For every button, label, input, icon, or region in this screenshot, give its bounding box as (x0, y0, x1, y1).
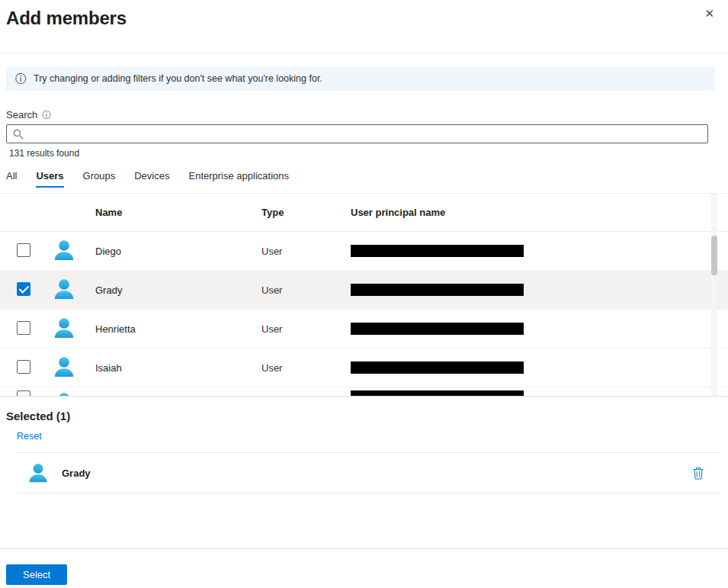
row-checkbox[interactable] (17, 282, 30, 296)
table-row[interactable]: Diego User (0, 232, 728, 271)
tab-groups[interactable]: Groups (83, 170, 116, 188)
info-banner: ⓘ Try changing or adding filters if you … (6, 66, 715, 91)
table-scrollbar[interactable] (711, 194, 717, 396)
selected-section-title: Selected (1) (6, 410, 728, 423)
page-title: Add members (6, 8, 728, 29)
select-button[interactable]: Select (6, 564, 67, 585)
row-name: Henrietta (95, 323, 261, 335)
row-type: User (261, 323, 351, 335)
results-table: Name Type User principal name Diego User… (0, 193, 728, 397)
remove-selected-button[interactable] (691, 465, 706, 481)
redacted-upn (351, 284, 524, 296)
user-avatar-icon (52, 277, 76, 301)
add-members-panel: Add members ✕ ⓘ Try changing or adding f… (0, 0, 728, 588)
row-checkbox[interactable] (17, 390, 30, 397)
column-header-type: Type (261, 207, 351, 218)
redacted-upn (351, 390, 524, 397)
search-label-row: Search ⓘ (6, 109, 728, 120)
redacted-upn (351, 323, 524, 335)
column-header-upn: User principal name (351, 207, 704, 218)
info-banner-text: Try changing or adding filters if you do… (34, 73, 322, 84)
user-avatar-icon (52, 316, 76, 340)
tab-users[interactable]: Users (36, 170, 63, 188)
trash-icon (692, 467, 704, 480)
results-count: 131 results found (9, 148, 728, 159)
row-checkbox[interactable] (17, 243, 30, 257)
table-row[interactable] (0, 387, 728, 397)
info-icon: ⓘ (15, 73, 26, 84)
panel-header: Add members ✕ (0, 0, 728, 53)
selected-item: Grady (17, 453, 720, 493)
table-scrollbar-thumb[interactable] (711, 236, 717, 275)
row-type: User (261, 362, 351, 374)
redacted-upn (351, 361, 524, 374)
search-icon (13, 129, 24, 140)
row-name: Diego (95, 246, 261, 257)
selected-item-name: Grady (62, 468, 91, 479)
table-row[interactable]: Henrietta User (0, 310, 728, 349)
row-checkbox[interactable] (17, 360, 30, 374)
row-name: Grady (95, 284, 261, 296)
row-name: Isaiah (95, 362, 261, 374)
search-info-icon: ⓘ (42, 111, 51, 120)
user-avatar-icon (52, 238, 76, 262)
row-type: User (261, 284, 351, 296)
user-avatar-icon (27, 461, 50, 484)
table-header-row: Name Type User principal name (0, 194, 728, 232)
panel-footer: Select (0, 548, 728, 585)
selected-list: Grady (17, 452, 720, 493)
tab-all[interactable]: All (6, 170, 17, 188)
redacted-upn (351, 245, 524, 257)
table-row[interactable]: Grady User (0, 271, 728, 310)
row-checkbox[interactable] (17, 321, 30, 335)
filter-tabs: All Users Groups Devices Enterprise appl… (6, 170, 728, 188)
tab-devices[interactable]: Devices (134, 170, 169, 188)
reset-link[interactable]: Reset (17, 431, 42, 442)
search-label: Search (6, 109, 37, 120)
search-input[interactable] (29, 125, 701, 143)
user-avatar-icon (52, 390, 76, 397)
close-icon[interactable]: ✕ (704, 8, 714, 19)
tab-enterprise-applications[interactable]: Enterprise applications (188, 170, 289, 188)
row-type: User (261, 246, 351, 257)
column-header-name: Name (95, 207, 261, 218)
user-avatar-icon (52, 355, 76, 379)
search-box[interactable] (6, 124, 708, 143)
table-row[interactable]: Isaiah User (0, 349, 728, 387)
